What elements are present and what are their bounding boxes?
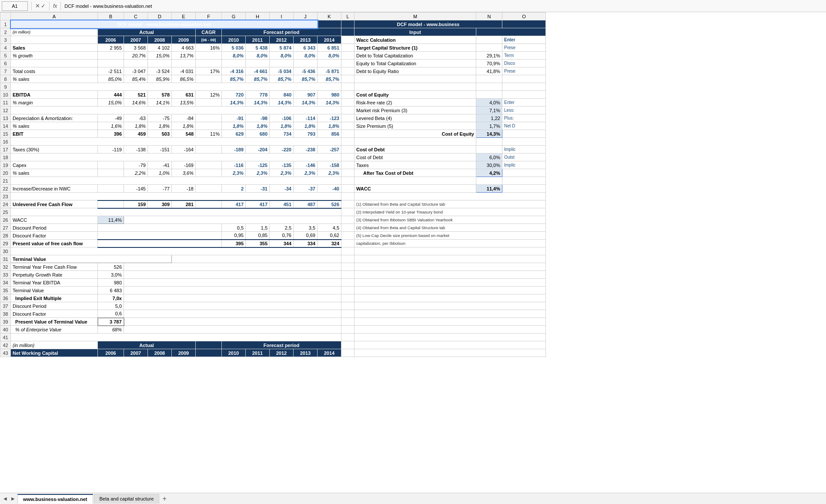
year-2014: 2014 bbox=[318, 36, 341, 44]
capex-2011: -125 bbox=[246, 161, 270, 169]
cell-reference[interactable]: A1 bbox=[2, 1, 28, 11]
pct-sales-costs-label: % sales bbox=[11, 75, 98, 83]
size-premium-val[interactable]: 1,7% bbox=[476, 122, 502, 130]
r31-right bbox=[354, 255, 546, 263]
r32-right bbox=[354, 263, 546, 271]
ebitda-2008: 578 bbox=[148, 91, 172, 99]
tab-main[interactable]: www.business-valuation.net bbox=[17, 494, 93, 504]
levered-beta-val[interactable]: 1,22 bbox=[476, 114, 502, 122]
col-header-a[interactable]: A bbox=[11, 13, 98, 20]
pscp-2006 bbox=[98, 169, 124, 177]
da-2008: -75 bbox=[148, 114, 172, 122]
tab-bar: ◀ ▶ www.business-valuation.net Beta and … bbox=[0, 493, 826, 504]
tab-add-button[interactable]: + bbox=[160, 494, 169, 503]
col-l-r25 bbox=[341, 208, 354, 216]
col-header-g[interactable]: G bbox=[222, 13, 246, 20]
col-header-f[interactable]: F bbox=[196, 13, 222, 20]
row-22: 22 Increase/Decrease in NWC -145 -77 -18… bbox=[0, 185, 546, 193]
year-2011: 2011 bbox=[246, 36, 270, 44]
row-26: 26 WACC 11,4% (3) Obtained from Ibbotson… bbox=[0, 216, 546, 224]
capex-2013: -146 bbox=[294, 161, 318, 169]
df-2012: 0,76 bbox=[270, 232, 294, 240]
pscp-2009: 3,6% bbox=[172, 169, 196, 177]
market-risk-label: Market risk Premium (3) bbox=[354, 107, 476, 114]
r23-empty bbox=[11, 193, 341, 200]
dp-2010: 0,5 bbox=[222, 224, 246, 232]
col-header-l[interactable]: L bbox=[341, 13, 354, 20]
col-header-i[interactable]: I bbox=[270, 13, 294, 20]
sales-2007: 3 568 bbox=[124, 44, 148, 52]
rn-37: 37 bbox=[0, 302, 11, 310]
r42-right bbox=[354, 341, 546, 349]
pscp-cagr bbox=[196, 169, 222, 177]
confirm-icon[interactable]: ✓ bbox=[41, 3, 46, 9]
row-16: 16 bbox=[0, 138, 546, 146]
r6-i bbox=[270, 60, 294, 67]
after-tax-label: After Tax Cost of Debt bbox=[354, 169, 476, 177]
bh-2011: 2011 bbox=[246, 349, 270, 357]
implic-r17: Implic bbox=[502, 146, 546, 154]
wacc-row-val[interactable]: 11,4% bbox=[98, 216, 124, 224]
tab-nav-left[interactable]: ◀ bbox=[2, 495, 9, 502]
title-cell[interactable]: DCF model - www.business-valuation.net bbox=[11, 20, 318, 28]
ufcf-label: Unlevered Free Cash Flow bbox=[11, 200, 98, 208]
col-header-e[interactable]: E bbox=[172, 13, 196, 20]
ebit-2010: 629 bbox=[222, 130, 246, 138]
note-3: (3) Obtained from Ibbotson SBBI Valuatio… bbox=[354, 216, 546, 224]
em-2013: 14,3% bbox=[294, 99, 318, 107]
growth-2013: 8,0% bbox=[294, 52, 318, 60]
sales-label: Sales bbox=[11, 44, 98, 52]
debt-to-equity-val: 41,8% bbox=[476, 67, 502, 75]
psd-2006: 1,6% bbox=[98, 122, 124, 130]
ebit-label: EBIT bbox=[11, 130, 98, 138]
col-header-k[interactable]: K bbox=[318, 13, 341, 20]
r41-empty bbox=[11, 334, 341, 341]
ebit-2006: 396 bbox=[98, 130, 124, 138]
forecast-header: Forecast period bbox=[222, 28, 341, 36]
market-risk-val[interactable]: 7,1% bbox=[476, 107, 502, 114]
row-42: 42 (in million) Actual Forecast period bbox=[0, 341, 546, 349]
col-header-o[interactable]: O bbox=[502, 13, 546, 20]
tc-2012: -5 034 bbox=[270, 67, 294, 75]
col-header-j[interactable]: J bbox=[294, 13, 318, 20]
psd-2008: 1,8% bbox=[148, 122, 172, 130]
ebitda-2011: 778 bbox=[246, 91, 270, 99]
dp-2013: 3,5 bbox=[294, 224, 318, 232]
pscp-2008: 1,0% bbox=[148, 169, 172, 177]
col-l-r14 bbox=[341, 122, 354, 130]
ebitda-2012: 840 bbox=[270, 91, 294, 99]
year-2013: 2013 bbox=[294, 36, 318, 44]
year-2006: 2006 bbox=[98, 36, 124, 44]
note-5: (5) Low-Cap Decile size premium based on… bbox=[354, 232, 546, 240]
capex-2008: -41 bbox=[148, 161, 172, 169]
spreadsheet[interactable]: A B C D E F G H I J K L M N O bbox=[0, 12, 826, 504]
col-header-d[interactable]: D bbox=[148, 13, 172, 20]
disco-r6: Disco bbox=[502, 60, 546, 67]
col-header-c[interactable]: C bbox=[124, 13, 148, 20]
sales-2010: 5 036 bbox=[222, 44, 246, 52]
col-header-n[interactable]: N bbox=[476, 13, 502, 20]
risk-free-val[interactable]: 4,0% bbox=[476, 99, 502, 107]
bh-2014: 2014 bbox=[318, 349, 341, 357]
in-million: (in million) bbox=[11, 28, 98, 36]
da-2006: -49 bbox=[98, 114, 124, 122]
tc-2007: -3 047 bbox=[124, 67, 148, 75]
r15-o bbox=[502, 130, 546, 138]
formula-content[interactable]: DCF model - www.business-valuation.net bbox=[64, 3, 824, 9]
enter-r3: Enter bbox=[502, 36, 546, 44]
taxes-cod-val[interactable]: 30,0% bbox=[476, 161, 502, 169]
cost-of-debt-val[interactable]: 6,0% bbox=[476, 154, 502, 161]
tab-beta[interactable]: Beta and capital structure bbox=[94, 494, 160, 504]
cancel-icon[interactable]: ✕ bbox=[35, 3, 40, 9]
da-2010: -91 bbox=[222, 114, 246, 122]
r36-right bbox=[354, 294, 546, 302]
r6-g bbox=[222, 60, 246, 67]
tab-nav-right[interactable]: ▶ bbox=[10, 495, 17, 502]
r20-o bbox=[502, 169, 546, 177]
col-header-b[interactable]: B bbox=[98, 13, 124, 20]
r16-m bbox=[354, 138, 476, 146]
rn-2: 2 bbox=[0, 28, 11, 36]
col-header-m[interactable]: M bbox=[354, 13, 476, 20]
col-header-h[interactable]: H bbox=[246, 13, 270, 20]
ebit-2011: 680 bbox=[246, 130, 270, 138]
